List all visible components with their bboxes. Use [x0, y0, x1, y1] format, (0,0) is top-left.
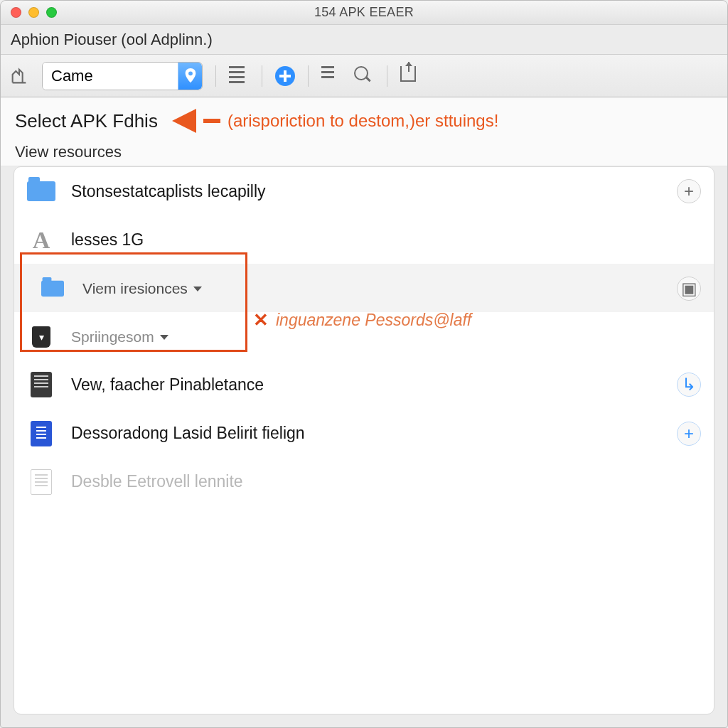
list-item[interactable]: Stonsestatcaplists lecapilly +	[14, 167, 714, 215]
chevron-down-icon	[160, 335, 168, 340]
error-x-icon: ✕	[253, 309, 269, 331]
annotation-text: inguanzene Pessords@laff	[276, 311, 471, 330]
list-item-label: Vew, faacher Pinabletance	[71, 375, 264, 395]
folder-icon	[27, 179, 55, 203]
list-item-label: Desble Eetrovell lennite	[71, 472, 243, 491]
add-button[interactable]: +	[677, 422, 701, 446]
location-pin-icon[interactable]	[178, 63, 202, 90]
toolbar-separator	[215, 65, 216, 87]
breadcrumb: Aphion Piouser (ool Adplinn.)	[1, 25, 727, 55]
toolbar-separator	[308, 65, 309, 87]
toolbar-separator	[387, 65, 387, 87]
font-icon: A	[27, 228, 55, 252]
list-item-label: lesses 1G	[71, 230, 144, 250]
page-icon	[27, 470, 55, 494]
zoom-icon[interactable]	[354, 66, 374, 86]
window-title: 154 APK EEAER	[1, 5, 727, 20]
export-icon[interactable]	[400, 66, 420, 86]
breadcrumb-text: Aphion Piouser (ool Adplinn.)	[11, 31, 213, 49]
list-item-label: Stonsestatcaplists lecapilly	[71, 182, 266, 201]
titlebar: 154 APK EEAER	[1, 1, 727, 25]
page-title: Select APK Fdhis	[15, 110, 158, 132]
add-button[interactable]: +	[677, 179, 701, 203]
list-item[interactable]: Viem iresionces ▣	[14, 264, 714, 312]
section-subtitle: View resources	[15, 143, 714, 161]
callout-arrow-icon	[172, 109, 196, 133]
app-window: 154 APK EEAER Aphion Piouser (ool Adplin…	[0, 0, 728, 728]
add-icon[interactable]	[275, 66, 295, 86]
app-action-icon[interactable]: ▣	[677, 277, 701, 301]
hand-tool-icon[interactable]	[9, 66, 29, 86]
resource-panel: Stonsestatcaplists lecapilly + A lesses …	[14, 166, 714, 714]
header-area: Select APK Fdhis (arisporiction to desto…	[1, 97, 727, 166]
list-item[interactable]: Dessoradong Lasid Belirit fielign +	[14, 409, 714, 457]
list-item[interactable]: A lesses 1G	[14, 215, 714, 264]
list-item-label: Dessoradong Lasid Belirit fielign	[71, 424, 305, 443]
shield-icon: ▾	[27, 325, 55, 349]
source-picker[interactable]	[42, 62, 203, 90]
add-button[interactable]: ↳	[677, 373, 701, 397]
document-icon	[27, 373, 55, 397]
toolbar-separator	[262, 65, 262, 87]
document-icon	[27, 422, 55, 446]
toolbar	[1, 55, 727, 97]
list-item-label: Spriingesom	[71, 328, 168, 346]
align-icon[interactable]	[321, 66, 341, 86]
inline-annotation: ✕ inguanzene Pessords@laff	[253, 309, 471, 331]
list-item-label: Viem iresionces	[82, 280, 202, 297]
chevron-down-icon	[193, 287, 202, 291]
folder-icon	[38, 277, 67, 301]
callout-arrow-stem	[203, 119, 220, 123]
list-item[interactable]: Desble Eetrovell lennite	[14, 457, 714, 505]
callout-text: (arisporiction to destom,)er sttuings!	[228, 111, 498, 131]
list-view-icon[interactable]	[229, 66, 249, 86]
list-item[interactable]: Vew, faacher Pinabletance ↳	[14, 360, 714, 409]
source-picker-input[interactable]	[43, 63, 178, 90]
